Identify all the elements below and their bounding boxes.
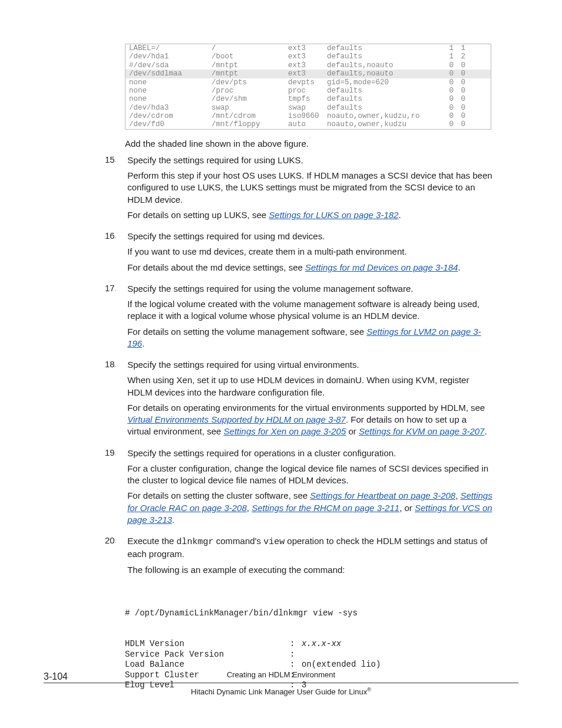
page-footer: Creating an HDLM Environment Hitachi Dyn… [0,670,562,696]
link-xen[interactable]: Settings for Xen on page 3-205 [224,426,346,436]
fstab-row: none/dev/shmtmpfsdefaults00 [125,95,491,103]
fstab-table: LABEL=//ext3defaults11/dev/hda1/bootext3… [125,44,491,130]
link-heartbeat[interactable]: Settings for Heartbeat on page 3-208 [310,490,455,500]
link-kvm[interactable]: Settings for KVM on page 3-207 [359,426,484,436]
step-17: 17. Specify the settings required for us… [105,283,494,353]
fstab-row: #/dev/sda/mntptext3defaults,noauto00 [125,61,491,70]
fstab-row: LABEL=//ext3defaults11 [125,44,491,52]
fstab-row: /dev/fd0/mnt/floppyautonoauto,owner,kudz… [125,120,491,129]
step-16: 16. Specify the settings required for us… [105,230,494,277]
intro-text: Add the shaded line shown in the above f… [125,139,494,149]
fstab-row: /dev/sddlmaa/mntptext3defaults,noauto00 [125,70,491,78]
link-md-devices[interactable]: Settings for md Devices on page 3-184 [305,262,458,272]
step-18: 18. Specify the settings required for us… [105,359,494,442]
fstab-row: /dev/cdrom/mnt/cdromiso9660noauto,owner,… [125,112,491,120]
step-20: 20. Execute the dlnkmgr command's view o… [105,535,494,579]
fstab-row: none/procprocdefaults00 [125,87,491,95]
step-15: 15. Specify the settings required for us… [105,154,494,225]
link-luks[interactable]: Settings for LUKS on page 3-182 [269,210,398,220]
fstab-row: /dev/hda1/bootext3defaults12 [125,52,491,61]
link-rhcm[interactable]: Settings for the RHCM on page 3-211 [252,503,399,513]
fstab-row: /dev/hda3swapswapdefaults00 [125,104,491,112]
link-virtual-env[interactable]: Virtual Environments Supported by HDLM o… [127,414,346,424]
step-19: 19. Specify the settings required for op… [105,447,494,530]
fstab-row: none/dev/ptsdevptsgid=5,mode=62000 [125,78,491,87]
